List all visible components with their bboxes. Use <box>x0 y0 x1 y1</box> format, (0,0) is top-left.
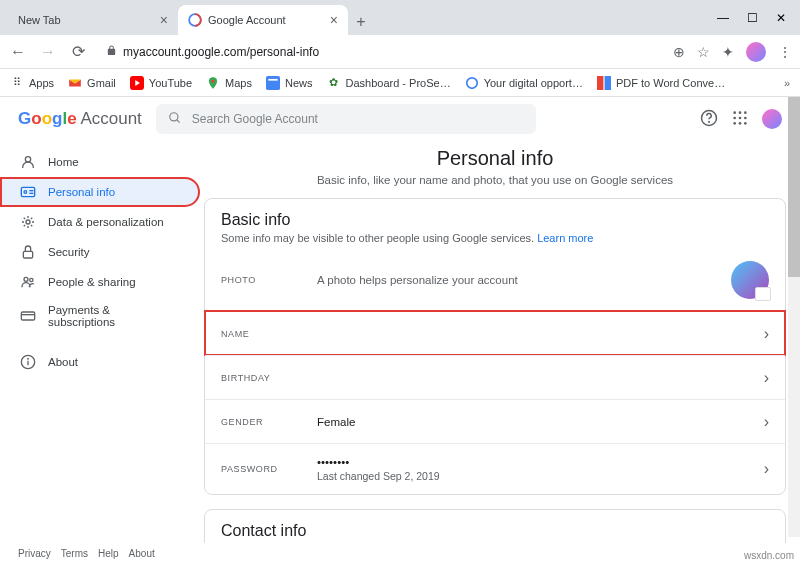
chevron-right-icon: › <box>764 460 769 478</box>
bookmark-pdf[interactable]: PDF to Word Conve… <box>597 76 725 90</box>
svg-point-18 <box>733 122 736 125</box>
svg-rect-27 <box>23 251 32 258</box>
bookmark-news[interactable]: News <box>266 76 313 90</box>
gmail-icon <box>68 76 82 90</box>
browser-toolbar: ← → ⟳ myaccount.google.com/personal-info… <box>0 35 800 69</box>
tab-title: Google Account <box>208 14 286 26</box>
window-controls: — ☐ ✕ <box>717 3 800 35</box>
bookmark-dashboard[interactable]: ✿Dashboard - ProSe… <box>326 76 450 90</box>
row-name[interactable]: NAME › <box>205 311 785 355</box>
main-content: Personal info Basic info, like your name… <box>200 141 800 543</box>
page-title: Personal info <box>204 147 786 170</box>
watermark: wsxdn.com <box>744 550 794 561</box>
search-placeholder: Search Google Account <box>192 112 318 126</box>
browser-tab-strip: New Tab × Google Account × + — ☐ ✕ <box>0 0 800 35</box>
svg-line-9 <box>177 119 180 122</box>
minimize-icon[interactable]: — <box>717 11 729 25</box>
scrollbar[interactable] <box>788 97 800 537</box>
basic-info-card: Basic info Some info may be visible to o… <box>204 198 786 495</box>
svg-point-26 <box>26 220 30 224</box>
sidebar: Home Personal info Data & personalizatio… <box>0 141 200 543</box>
svg-point-12 <box>733 111 736 114</box>
tab-google-account[interactable]: Google Account × <box>178 5 348 35</box>
help-icon[interactable] <box>700 109 718 130</box>
sidebar-item-security[interactable]: Security <box>0 237 200 267</box>
tab-title: New Tab <box>18 14 61 26</box>
sidebar-item-data[interactable]: Data & personalization <box>0 207 200 237</box>
sidebar-item-home[interactable]: Home <box>0 147 200 177</box>
svg-point-20 <box>744 122 747 125</box>
leaf-icon: ✿ <box>326 76 340 90</box>
row-birthday[interactable]: BIRTHDAY › <box>205 355 785 399</box>
svg-point-5 <box>466 77 477 88</box>
footer-link-about[interactable]: About <box>129 548 155 559</box>
url-text: myaccount.google.com/personal-info <box>123 45 319 59</box>
row-photo[interactable]: PHOTO A photo helps personalize your acc… <box>205 248 785 311</box>
google-account-logo[interactable]: Google Account <box>18 109 142 129</box>
svg-point-13 <box>739 111 742 114</box>
svg-point-8 <box>170 112 178 120</box>
news-icon <box>266 76 280 90</box>
card-subtitle: Some info may be visible to other people… <box>221 232 769 244</box>
sidebar-item-about[interactable]: About <box>0 347 200 377</box>
back-button[interactable]: ← <box>8 43 28 61</box>
new-tab-button[interactable]: + <box>348 9 374 35</box>
youtube-icon <box>130 76 144 90</box>
chevron-right-icon: › <box>764 369 769 387</box>
bookmark-digital[interactable]: Your digital opport… <box>465 76 583 90</box>
row-password[interactable]: PASSWORD •••••••• Last changed Sep 2, 20… <box>205 443 785 494</box>
page-footer: Privacy Terms Help About <box>18 548 155 559</box>
page-subtitle: Basic info, like your name and photo, th… <box>204 174 786 186</box>
account-avatar[interactable] <box>762 109 782 129</box>
sidebar-item-personal-info[interactable]: Personal info <box>0 177 200 207</box>
footer-link-help[interactable]: Help <box>98 548 119 559</box>
svg-rect-30 <box>21 312 34 320</box>
contact-info-card: Contact info EMAIL › PHONE › <box>204 509 786 543</box>
bookmark-gmail[interactable]: Gmail <box>68 76 116 90</box>
address-bar[interactable]: myaccount.google.com/personal-info <box>98 39 663 65</box>
sidebar-item-payments[interactable]: Payments & subscriptions <box>0 297 200 335</box>
bookmark-youtube[interactable]: YouTube <box>130 76 192 90</box>
search-icon <box>168 111 182 128</box>
svg-point-14 <box>744 111 747 114</box>
profile-photo-thumb[interactable] <box>731 261 769 299</box>
extensions-icon[interactable]: ✦ <box>722 44 734 60</box>
google-icon <box>465 76 479 90</box>
reload-button[interactable]: ⟳ <box>68 42 88 61</box>
footer-link-privacy[interactable]: Privacy <box>18 548 51 559</box>
svg-rect-3 <box>266 76 280 90</box>
chevron-right-icon: › <box>764 413 769 431</box>
sidebar-item-people[interactable]: People & sharing <box>0 267 200 297</box>
svg-rect-4 <box>268 78 277 80</box>
zoom-icon[interactable]: ⊕ <box>673 44 685 60</box>
search-input[interactable]: Search Google Account <box>156 104 536 134</box>
footer-link-terms[interactable]: Terms <box>61 548 88 559</box>
svg-point-21 <box>25 157 30 162</box>
close-window-icon[interactable]: ✕ <box>776 11 786 25</box>
learn-more-link[interactable]: Learn more <box>537 232 593 244</box>
svg-point-28 <box>24 277 28 281</box>
chevron-right-icon: › <box>764 325 769 343</box>
app-header: Google Account Search Google Account <box>0 97 800 141</box>
menu-icon[interactable]: ⋮ <box>778 44 792 60</box>
svg-point-34 <box>28 358 29 359</box>
svg-point-19 <box>739 122 742 125</box>
apps-grid-icon[interactable] <box>732 110 748 129</box>
svg-rect-6 <box>597 76 603 90</box>
card-title: Contact info <box>221 522 769 540</box>
bookmark-star-icon[interactable]: ☆ <box>697 44 710 60</box>
row-gender[interactable]: GENDER Female › <box>205 399 785 443</box>
svg-point-29 <box>30 278 33 281</box>
profile-avatar[interactable] <box>746 42 766 62</box>
forward-button[interactable]: → <box>38 43 58 61</box>
close-icon[interactable]: × <box>330 12 338 28</box>
svg-point-16 <box>739 116 742 119</box>
bookmarks-overflow-icon[interactable]: » <box>784 77 790 89</box>
maximize-icon[interactable]: ☐ <box>747 11 758 25</box>
bookmark-apps[interactable]: ⠿Apps <box>10 76 54 90</box>
bookmark-maps[interactable]: Maps <box>206 76 252 90</box>
close-icon[interactable]: × <box>160 12 168 28</box>
tab-new-tab[interactable]: New Tab × <box>8 5 178 35</box>
maps-icon <box>206 76 220 90</box>
svg-point-11 <box>709 121 710 122</box>
